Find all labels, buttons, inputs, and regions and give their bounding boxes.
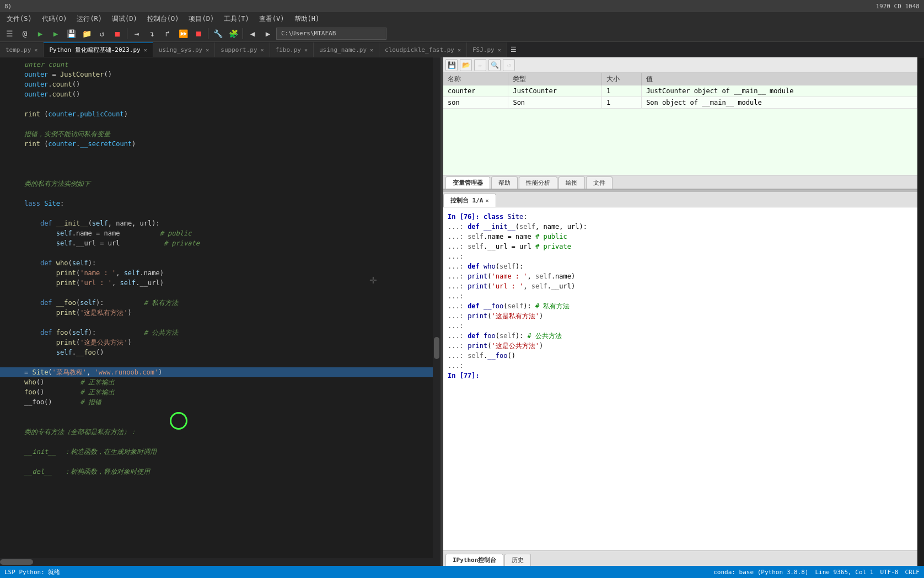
editor-hscrollbar-thumb[interactable] [0, 559, 33, 565]
code-line-12 [0, 169, 440, 179]
toolbar-debug-stop[interactable]: ⏹ [191, 27, 206, 40]
line-content-1: unter count [22, 60, 440, 69]
toolbar-path[interactable]: C:\Users\MTAFAB [276, 28, 386, 40]
console-dots-code-5: def who(self): [468, 263, 523, 270]
tabs-overflow-btn[interactable]: ☰ [507, 42, 520, 57]
toolbar-at-btn[interactable]: @ [18, 27, 32, 40]
console-tabs-bar: 控制台 1/A ✕ [443, 192, 917, 207]
line-num-29 [0, 338, 22, 347]
tab-plot[interactable]: 绘图 [558, 176, 585, 189]
tab-history[interactable]: 历史 [504, 554, 531, 566]
line-num-2 [0, 69, 22, 79]
tab-using-name-close[interactable]: ✕ [370, 47, 373, 53]
console-line-dots7: ...: print('url : ', self.__url) [448, 281, 913, 291]
console-tab-close[interactable]: ✕ [486, 197, 489, 204]
menu-project[interactable]: 项目(D) [184, 13, 218, 25]
tab-fsj-close[interactable]: ✕ [498, 47, 501, 53]
toolbar-folder-btn[interactable]: 📁 [79, 27, 94, 40]
tab-using-sys[interactable]: using_sys.py ✕ [153, 42, 216, 57]
line-content-7 [22, 119, 440, 129]
console-dots-3: ...: [448, 243, 464, 250]
tab-using-sys-close[interactable]: ✕ [206, 47, 209, 53]
tab-main-py[interactable]: Python 量化编程基础-2023.py ✕ [44, 42, 153, 57]
status-right: conda: base (Python 3.8.8) Line 9365, Co… [713, 569, 920, 576]
editor-scrollbar-thumb[interactable] [434, 337, 439, 359]
toolbar-run2-btn[interactable]: ▶ [49, 27, 63, 40]
var-export-btn[interactable]: ✏️ [474, 59, 486, 71]
tab-main-py-label: Python 量化编程基础-2023.py [49, 46, 140, 54]
console-line-in76: In [76]: class Site: [448, 212, 913, 222]
console-dots-6: ...: [448, 272, 464, 280]
console-line-dots13: ...: print('这是公共方法') [448, 341, 913, 351]
tab-support[interactable]: support.py ✕ [215, 42, 270, 57]
var-import-btn[interactable]: 📂 [460, 59, 472, 71]
tab-main-py-close[interactable]: ✕ [144, 47, 147, 53]
line-content-16 [22, 208, 440, 218]
menu-help[interactable]: 帮助(H) [290, 13, 324, 25]
editor-pane[interactable]: unter count ounter = JustCounter() ounte… [0, 57, 441, 566]
console-code-76: class Site: [484, 213, 528, 221]
code-line-37 [0, 417, 440, 427]
tab-var-manager[interactable]: 变量管理器 [445, 176, 490, 189]
tab-support-close[interactable]: ✕ [261, 47, 264, 53]
menu-tools[interactable]: 工具(T) [219, 13, 254, 25]
editor-hscrollbar[interactable] [0, 558, 433, 566]
tab-using-name[interactable]: using_name.py ✕ [314, 42, 379, 57]
tab-temp[interactable]: temp.py ✕ [0, 42, 44, 57]
tab-perf[interactable]: 性能分析 [519, 176, 557, 189]
toolbar-continue[interactable]: ⏩ [176, 27, 190, 40]
menu-view[interactable]: 查看(V) [255, 13, 289, 25]
toolbar-wrench[interactable]: 🔧 [211, 27, 225, 40]
tab-cloudpickle-close[interactable]: ✕ [458, 47, 461, 53]
var-row-son[interactable]: son Son 1 Son object of __main__ module [443, 97, 917, 109]
var-row-counter[interactable]: counter JustCounter 1 JustCounter object… [443, 85, 917, 97]
console-line-dots2: ...: self.name = name # public [448, 232, 913, 242]
var-refresh-btn[interactable]: ↺ [503, 59, 515, 71]
menu-run[interactable]: 运行(R) [72, 13, 106, 25]
tab-fsj[interactable]: FSJ.py ✕ [467, 42, 507, 57]
toolbar-step-over[interactable]: ⇥ [130, 27, 144, 40]
code-line-23: print('url : ', self.__url) [0, 278, 440, 288]
console-tab-ipython[interactable]: 控制台 1/A ✕ [443, 194, 496, 207]
code-line-5 [0, 99, 440, 109]
console-bottom-tabs: IPython控制台 历史 [443, 550, 917, 566]
tab-help[interactable]: 帮助 [491, 176, 518, 189]
toolbar-run-btn[interactable]: ▶ [33, 27, 47, 40]
line-content-13: 类的私有方法实例如下 [22, 179, 440, 189]
tab-ipython-console[interactable]: IPython控制台 [445, 554, 503, 566]
toolbar-forward[interactable]: ▶ [261, 27, 275, 40]
tab-fibo-close[interactable]: ✕ [304, 47, 308, 53]
toolbar-refresh-btn[interactable]: ↺ [95, 27, 109, 40]
var-size-son: 1 [602, 97, 642, 109]
line-num-36 [0, 407, 22, 417]
menu-debug[interactable]: 调试(D) [108, 13, 142, 25]
tab-cloudpickle[interactable]: cloudpickle_fast.py ✕ [379, 42, 467, 57]
menu-code[interactable]: 代码(O) [37, 13, 72, 25]
menu-console[interactable]: 控制台(O) [143, 13, 184, 25]
toolbar-step-out[interactable]: ↱ [160, 27, 175, 40]
console-line-dots1: ...: def __init__(self, name, url): [448, 222, 913, 232]
tab-fibo[interactable]: fibo.py ✕ [270, 42, 314, 57]
code-line-15: lass Site: [0, 199, 440, 208]
toolbar-list-btn[interactable]: ☰ [2, 27, 17, 40]
variable-table: 名称 类型 大小 值 counter JustCounter 1 JustCou… [443, 73, 917, 109]
menu-file[interactable]: 文件(S) [2, 13, 36, 25]
console-dots-2: ...: [448, 233, 464, 240]
line-content-5 [22, 99, 440, 109]
line-num-26 [0, 308, 22, 318]
console-dots-code-14: self.__foo() [468, 352, 515, 360]
code-line-24 [0, 288, 440, 298]
code-line-40: __init__ ：构造函数，在生成对象时调用 [0, 447, 440, 457]
toolbar-save-btn[interactable]: 💾 [64, 27, 78, 40]
toolbar-puzzle[interactable]: 🧩 [226, 27, 240, 40]
toolbar-back[interactable]: ◀ [245, 27, 260, 40]
tab-file[interactable]: 文件 [586, 176, 613, 189]
line-num-14 [0, 189, 22, 199]
console-dots-12: ...: [448, 332, 464, 340]
toolbar-stop-btn[interactable]: ■ [110, 27, 125, 40]
editor-scrollbar[interactable] [433, 57, 440, 566]
tab-temp-close[interactable]: ✕ [34, 47, 37, 53]
var-save-btn[interactable]: 💾 [445, 59, 458, 71]
var-search-btn[interactable]: 🔍 [488, 59, 501, 71]
toolbar-step-in[interactable]: ↴ [145, 27, 159, 40]
